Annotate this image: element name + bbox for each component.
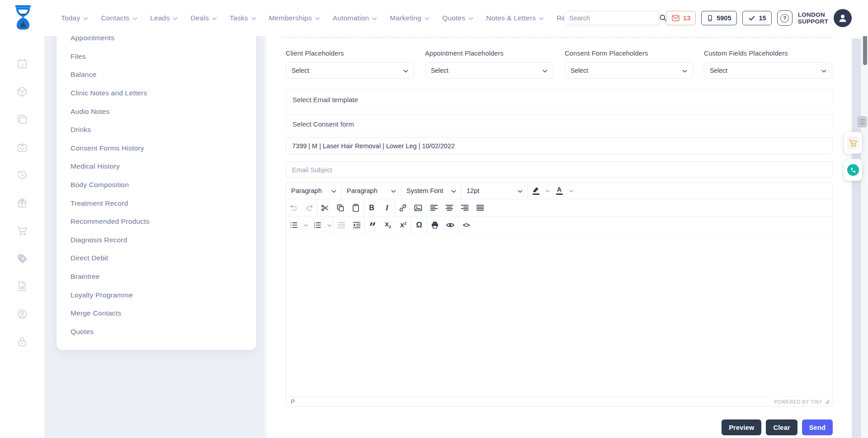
resize-handle-icon[interactable]	[825, 400, 830, 404]
menu-item-balance[interactable]: Balance	[57, 66, 256, 84]
cart-icon[interactable]	[16, 225, 28, 236]
align-justify-button[interactable]	[472, 199, 488, 216]
user-avatar[interactable]	[834, 9, 852, 27]
menu-item-body-composition[interactable]: Body Composition	[57, 176, 256, 194]
undo-button[interactable]	[286, 199, 302, 216]
send-button[interactable]: Send	[802, 419, 833, 435]
menu-item-direct-debit[interactable]: Direct Debit	[57, 249, 256, 268]
nav-item-marketing[interactable]: Marketing	[390, 14, 429, 22]
menu-item-braintree[interactable]: Braintree	[57, 268, 256, 286]
menu-item-diagnosis-record[interactable]: Diagnosis Record	[57, 231, 256, 250]
search-input[interactable]	[565, 11, 658, 25]
preview-eye-button[interactable]	[443, 217, 458, 233]
insert-link-button[interactable]	[395, 199, 410, 216]
nav-item-tasks[interactable]: Tasks	[230, 14, 256, 22]
nav-item-contacts[interactable]: Contacts	[101, 14, 137, 22]
calendar-import-icon[interactable]	[16, 141, 28, 153]
highlight-color-button[interactable]	[528, 183, 543, 199]
insert-image-button[interactable]	[410, 199, 426, 216]
clear-button[interactable]: Clear	[766, 419, 797, 435]
app-logo[interactable]	[14, 5, 32, 31]
text-color-menu-button[interactable]	[567, 183, 575, 199]
cut-button[interactable]	[317, 199, 333, 216]
block-format-select[interactable]: Paragraph	[286, 183, 341, 199]
superscript-button[interactable]: X2	[396, 217, 411, 233]
scrollbar-track[interactable]	[862, 0, 868, 438]
align-left-button[interactable]	[426, 199, 442, 216]
custom-fields-placeholders-select[interactable]: Select	[704, 62, 832, 79]
font-size-select[interactable]: 12pt	[462, 183, 528, 199]
lock-icon[interactable]	[16, 336, 28, 348]
bullet-list-button[interactable]	[286, 217, 302, 233]
email-notifications-badge[interactable]: 13	[666, 11, 696, 25]
align-center-button[interactable]	[442, 199, 457, 216]
chevron-down-icon	[425, 17, 429, 20]
menu-item-files[interactable]: Files	[57, 47, 256, 66]
menu-item-loyalty-programme[interactable]: Loyalty Programme	[57, 286, 256, 304]
text-color-button[interactable]: A	[552, 183, 567, 199]
tasks-done-badge[interactable]: 15	[742, 11, 772, 25]
font-family-select[interactable]: System Font	[401, 183, 461, 199]
phone-icon-wrap	[847, 164, 859, 176]
gift-icon[interactable]	[16, 197, 28, 209]
chevron-down-icon	[546, 190, 550, 193]
redo-button[interactable]	[302, 199, 317, 216]
menu-item-recommended-products[interactable]: Recommended Products	[57, 212, 256, 231]
menu-item-merge-contacts[interactable]: Merge Contacts	[57, 304, 256, 323]
paragraph-style-select[interactable]: Paragraph	[342, 183, 401, 199]
calendar-icon[interactable]: 12	[16, 58, 28, 70]
menu-item-drinks[interactable]: Drinks	[57, 121, 256, 139]
sms-badge[interactable]: 5905	[701, 11, 736, 25]
appointment-placeholders-select[interactable]: Select	[425, 62, 553, 79]
history-icon[interactable]	[16, 169, 28, 181]
menu-item-audio-notes[interactable]: Audio Notes	[57, 102, 256, 121]
paste-button[interactable]	[348, 199, 363, 216]
menu-item-treatment-record[interactable]: Treatment Record	[57, 194, 256, 212]
client-placeholders-select[interactable]: Select	[286, 62, 414, 79]
copy-button[interactable]	[333, 199, 348, 216]
nav-item-deals[interactable]: Deals	[190, 14, 217, 22]
consent-form-select[interactable]: Select Consent form	[286, 114, 833, 134]
copy-windows-icon[interactable]	[16, 113, 28, 125]
menu-item-medical-history[interactable]: Medical History	[57, 157, 256, 176]
treatment-reference-input[interactable]	[286, 137, 833, 154]
consent-form-placeholders-select[interactable]: Select	[565, 62, 693, 79]
products-cube-icon[interactable]	[16, 86, 28, 98]
email-template-select[interactable]: Select Email template	[286, 89, 833, 109]
chevron-down-icon	[821, 70, 826, 73]
nav-item-today[interactable]: Today	[61, 14, 88, 22]
editor-content-area[interactable]	[286, 234, 832, 396]
menu-item-consent-forms-history[interactable]: Consent Forms History	[57, 139, 256, 158]
numbered-list-menu-button[interactable]	[325, 217, 333, 233]
source-code-button[interactable]: <>	[458, 217, 474, 233]
nav-item-quotes[interactable]: Quotes	[442, 14, 473, 22]
numbered-list-button[interactable]: 1 2 3	[310, 217, 325, 233]
nav-item-memberships[interactable]: Memberships	[269, 14, 320, 22]
email-subject-input[interactable]	[286, 161, 833, 178]
print-button[interactable]	[427, 217, 443, 233]
floating-cart-button[interactable]	[844, 132, 862, 154]
menu-item-quotes[interactable]: Quotes	[57, 323, 256, 341]
preview-button[interactable]: Preview	[722, 419, 761, 435]
report-document-icon[interactable]	[16, 280, 28, 292]
align-justify-icon	[476, 203, 485, 212]
price-tag-icon[interactable]: $	[16, 253, 28, 264]
bullet-list-menu-button[interactable]	[302, 217, 310, 233]
highlight-color-menu-button[interactable]	[543, 183, 552, 199]
align-right-button[interactable]	[457, 199, 472, 216]
subscript-button[interactable]: X2	[380, 217, 396, 233]
side-panel-handle[interactable]	[857, 116, 867, 127]
help-button[interactable]: ?	[777, 10, 793, 26]
outdent-button[interactable]	[334, 217, 349, 233]
floating-call-button[interactable]	[844, 159, 862, 181]
italic-button[interactable]: I	[379, 199, 395, 216]
indent-button[interactable]	[349, 217, 364, 233]
special-character-button[interactable]: Ω	[411, 217, 427, 233]
client-account-icon[interactable]	[16, 308, 28, 320]
blockquote-button[interactable]: ”	[365, 217, 380, 233]
nav-item-automation[interactable]: Automation	[333, 14, 377, 22]
bold-button[interactable]: B	[364, 199, 379, 216]
menu-item-clinic-notes-letters[interactable]: Clinic Notes and Letters	[57, 84, 256, 103]
nav-item-notes-letters[interactable]: Notes & Letters	[486, 14, 544, 22]
nav-item-leads[interactable]: Leads	[150, 14, 178, 22]
